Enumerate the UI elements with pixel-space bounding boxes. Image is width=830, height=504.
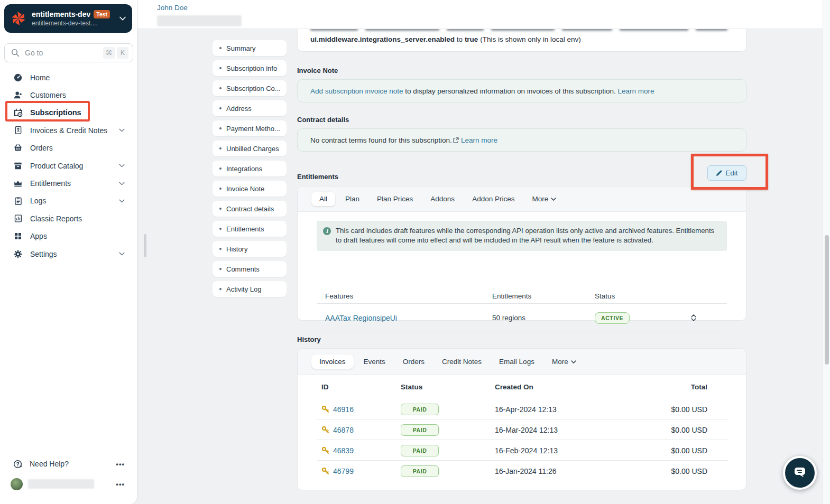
- sidebar-item-invoices-credit-notes[interactable]: Invoices & Credit Notes: [0, 122, 137, 139]
- contract-details-text: No contract terms found for this subscri…: [310, 136, 452, 144]
- draft-features-info-banner: i This card includes draft features whil…: [317, 221, 727, 251]
- orders-icon: [13, 143, 23, 153]
- tab-credit-notes[interactable]: Credit Notes: [442, 358, 482, 366]
- feature-row: AAATax RegionsipeUi 50 regions ACTIVE: [298, 304, 746, 332]
- sidebar-item-apps[interactable]: Apps: [0, 228, 137, 245]
- add-invoice-note-link[interactable]: Add subscription invoice note: [310, 87, 403, 95]
- app-root: John Doe ui.middleware.integrations_serv…: [0, 0, 830, 504]
- entitlements-edit-button[interactable]: Edit: [707, 165, 746, 181]
- invoice-row: 46916 PAID 16-Apr-2024 12:13 $0.00 USD: [298, 399, 746, 419]
- secnav-activity-log[interactable]: Activity Log: [213, 281, 287, 297]
- inner-scrollbar-thumb[interactable]: [144, 234, 146, 257]
- search-icon: [11, 49, 20, 57]
- sidebar-item-settings[interactable]: Settings: [0, 245, 137, 263]
- col-entitlements: Entitlements: [492, 292, 595, 300]
- invoice-row: 46839 PAID 16-Feb-2024 12:13 $0.00 USD: [298, 440, 746, 461]
- chargebee-logo: [11, 11, 26, 26]
- page-scrollbar-thumb[interactable]: [825, 235, 829, 365]
- tab-events[interactable]: Events: [364, 358, 385, 366]
- invoice-id-link[interactable]: 46878: [333, 426, 354, 434]
- sidebar-item-product-catalog[interactable]: Product Catalog: [0, 157, 137, 174]
- apps-grid-icon: [13, 232, 23, 240]
- col-features: Features: [325, 292, 492, 300]
- feature-entitlement-value: 50 regions: [492, 314, 595, 322]
- page-scrollbar[interactable]: [823, 0, 830, 504]
- invoice-id-link[interactable]: 46839: [333, 446, 354, 455]
- secnav-subscription-co[interactable]: Subscription Co...: [213, 80, 287, 96]
- col-total: Total: [691, 383, 707, 391]
- sidebar-item-entitlements[interactable]: Entitlements: [0, 174, 137, 192]
- entitlements-card: All Plan Plan Prices Addons Addon Prices…: [297, 186, 746, 321]
- row-sort-control[interactable]: [691, 314, 696, 321]
- tab-addons[interactable]: Addons: [430, 195, 455, 203]
- contract-details-heading: Contract details: [297, 116, 349, 124]
- history-heading: History: [297, 335, 321, 343]
- tab-history-more[interactable]: More: [552, 358, 576, 366]
- tab-email-logs[interactable]: Email Logs: [499, 358, 534, 366]
- secnav-integrations[interactable]: Integrations: [213, 161, 287, 176]
- chevron-down-icon: [119, 164, 125, 167]
- sidebar-item-subscriptions[interactable]: Subscriptions: [0, 104, 137, 122]
- user-menu-ellipsis[interactable]: •••: [116, 480, 125, 488]
- tab-more[interactable]: More: [532, 195, 556, 203]
- secnav-unbilled-charges[interactable]: Unbilled Charges: [213, 141, 287, 156]
- chat-widget-button[interactable]: [783, 456, 817, 490]
- sidebar-item-classic-reports[interactable]: Classic Reports: [0, 210, 137, 227]
- col-inv-status: Status: [401, 383, 495, 391]
- secnav-invoice-note[interactable]: Invoice Note: [213, 181, 287, 197]
- sidebar-item-home[interactable]: Home: [0, 69, 137, 86]
- invoice-total: $0.00 USD: [671, 405, 707, 414]
- config-property: ui.middleware.integrations_server.enable…: [310, 35, 455, 43]
- search-placeholder: Go to: [25, 49, 101, 57]
- invoice-note-learn-more-link[interactable]: Learn more: [618, 87, 654, 95]
- contract-learn-more-link[interactable]: Learn more: [461, 136, 497, 144]
- help-headset-icon: [13, 459, 23, 469]
- customer-breadcrumb-link[interactable]: John Doe: [157, 4, 188, 12]
- tab-addon-prices[interactable]: Addon Prices: [472, 195, 514, 203]
- sidebar-item-customers[interactable]: Customers: [0, 86, 137, 104]
- help-menu-ellipsis[interactable]: •••: [116, 460, 125, 468]
- invoice-id-link[interactable]: 46916: [333, 405, 354, 414]
- feature-link[interactable]: AAATax RegionsipeUi: [325, 314, 492, 322]
- k-key: K: [117, 47, 128, 59]
- secnav-comments[interactable]: Comments: [213, 261, 287, 277]
- customers-icon: [13, 90, 23, 100]
- secnav-entitlements[interactable]: Entitlements: [213, 221, 287, 237]
- entitlements-heading: Entitlements: [297, 173, 338, 181]
- secnav-contract-details[interactable]: Contract details: [213, 201, 287, 217]
- need-help-item[interactable]: Need Help? •••: [0, 454, 137, 473]
- secnav-address[interactable]: Address: [213, 100, 287, 116]
- user-avatar: [11, 478, 23, 490]
- secnav-summary[interactable]: Summary: [213, 40, 287, 56]
- entitlements-tabbar: All Plan Plan Prices Addons Addon Prices…: [298, 186, 746, 212]
- tab-plan[interactable]: Plan: [345, 195, 359, 203]
- workspace-name: entitlements-dev: [32, 10, 90, 18]
- key-icon: [321, 446, 330, 455]
- paid-badge: PAID: [401, 424, 439, 436]
- secnav-payment-method[interactable]: Payment Metho...: [213, 120, 287, 136]
- sidebar-item-logs[interactable]: Logs: [0, 192, 137, 210]
- tab-invoices[interactable]: Invoices: [311, 354, 354, 369]
- invoice-id-link[interactable]: 46799: [333, 467, 354, 475]
- cmd-key: ⌘: [103, 47, 115, 59]
- invoice-total: $0.00 USD: [671, 467, 707, 475]
- entitlements-crown-icon: [13, 179, 23, 188]
- secnav-history[interactable]: History: [213, 241, 287, 257]
- draft-features-info-text: This card includes draft features while …: [336, 226, 720, 245]
- tab-orders[interactable]: Orders: [403, 358, 425, 366]
- key-icon: [321, 405, 330, 414]
- classic-reports-icon: [13, 214, 23, 223]
- col-created-on: Created On: [495, 383, 691, 391]
- secnav-subscription-info[interactable]: Subscription info: [213, 60, 287, 76]
- user-account-item[interactable]: •••: [0, 473, 137, 494]
- info-icon: i: [323, 227, 331, 235]
- tab-all[interactable]: All: [311, 192, 335, 206]
- tab-plan-prices[interactable]: Plan Prices: [377, 195, 413, 203]
- sidebar-item-orders[interactable]: Orders: [0, 139, 137, 157]
- invoice-note-text: to display personalized information on i…: [403, 87, 618, 95]
- invoices-table: ID Status Created On Total 46916 PAID 16…: [298, 375, 746, 481]
- invoices-table-header: ID Status Created On Total: [298, 375, 746, 399]
- chevron-down-icon: [119, 252, 125, 256]
- workspace-switcher[interactable]: entitlements-dev Test entitlements-dev-t…: [4, 4, 132, 33]
- go-to-search[interactable]: Go to ⌘ K: [4, 43, 133, 62]
